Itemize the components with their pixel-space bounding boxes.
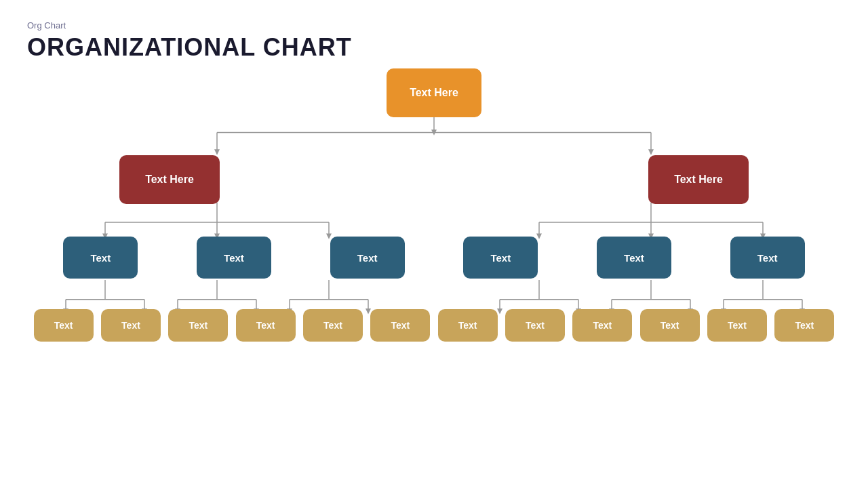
mid-left-node[interactable]: Text Here [119, 155, 220, 204]
level4-node-3[interactable]: Text [168, 309, 228, 342]
level4-node-11[interactable]: Text [707, 309, 767, 342]
level4-node-8[interactable]: Text [505, 309, 565, 342]
level4-node-5[interactable]: Text [303, 309, 363, 342]
level4-node-6[interactable]: Text [370, 309, 430, 342]
subtitle: Org Chart [27, 20, 841, 30]
level4-node-9[interactable]: Text [572, 309, 632, 342]
level4-node-2[interactable]: Text [101, 309, 161, 342]
level3-node-2[interactable]: Text [197, 237, 271, 279]
level4-node-12[interactable]: Text [774, 309, 834, 342]
page: Org Chart ORGANIZATIONAL CHART [0, 0, 868, 488]
level3-node-3[interactable]: Text [330, 237, 405, 279]
level3-node-6[interactable]: Text [730, 237, 805, 279]
level4-node-7[interactable]: Text [438, 309, 498, 342]
level4-node-1[interactable]: Text [34, 309, 94, 342]
level4-node-4[interactable]: Text [236, 309, 296, 342]
page-title: ORGANIZATIONAL CHART [27, 33, 841, 62]
level4-node-10[interactable]: Text [640, 309, 700, 342]
root-node[interactable]: Text Here [387, 68, 481, 117]
level3-node-5[interactable]: Text [597, 237, 671, 279]
mid-right-node[interactable]: Text Here [648, 155, 749, 204]
level3-node-1[interactable]: Text [63, 237, 138, 279]
level3-node-4[interactable]: Text [463, 237, 538, 279]
